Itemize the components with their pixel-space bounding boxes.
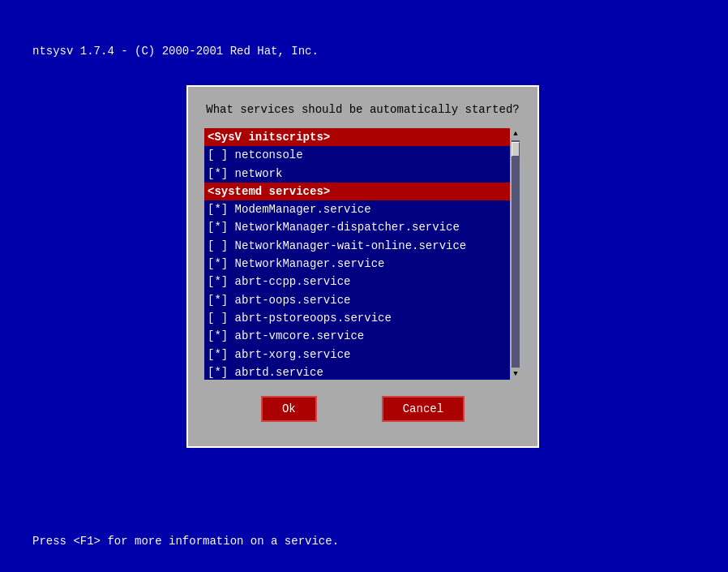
button-row: Ok Cancel (204, 396, 521, 422)
list-item[interactable]: [*] ModemManager.service (204, 200, 510, 218)
list-item[interactable]: [*] abrt-ccpp.service (204, 273, 510, 290)
list-item[interactable]: <SysV initscripts> (204, 128, 510, 146)
service-list-container: <SysV initscripts>[ ] netconsole[*] netw… (204, 128, 521, 380)
list-item[interactable]: [ ] abrt-pstoreoops.service (204, 309, 510, 327)
app-title: ntsysv 1.7.4 - (C) 2000-2001 Red Hat, In… (32, 45, 319, 58)
scroll-up-arrow[interactable]: ▲ (513, 128, 517, 140)
list-item[interactable]: [*] abrtd.service (204, 363, 510, 380)
list-item[interactable]: [ ] netconsole (204, 146, 510, 164)
list-item[interactable]: [ ] NetworkManager-wait-online.service (204, 237, 510, 255)
list-item[interactable]: [*] abrt-vmcore.service (204, 327, 510, 345)
list-item[interactable]: [*] NetworkManager.service (204, 255, 510, 273)
bottom-bar: Press <F1> for more information on a ser… (32, 535, 339, 548)
list-item[interactable]: [*] abrt-oops.service (204, 291, 510, 309)
dialog-title: What services should be automatically st… (204, 103, 521, 116)
scrollbar[interactable]: ▲ ▼ (510, 128, 521, 380)
ok-button[interactable]: Ok (261, 396, 317, 422)
cancel-button[interactable]: Cancel (382, 396, 465, 422)
scroll-track (512, 140, 520, 368)
top-bar: ntsysv 1.7.4 - (C) 2000-2001 Red Hat, In… (32, 45, 319, 58)
bottom-text: Press <F1> for more information on a ser… (32, 535, 339, 548)
list-item[interactable]: [*] NetworkManager-dispatcher.service (204, 218, 510, 236)
service-list-items: <SysV initscripts>[ ] netconsole[*] netw… (204, 128, 510, 380)
scroll-thumb[interactable] (512, 142, 520, 157)
dialog: What services should be automatically st… (186, 85, 539, 448)
scroll-down-arrow[interactable]: ▼ (513, 368, 517, 380)
list-item[interactable]: [*] abrt-xorg.service (204, 346, 510, 363)
list-item[interactable]: [*] network (204, 165, 510, 183)
list-item[interactable]: <systemd services> (204, 183, 510, 200)
